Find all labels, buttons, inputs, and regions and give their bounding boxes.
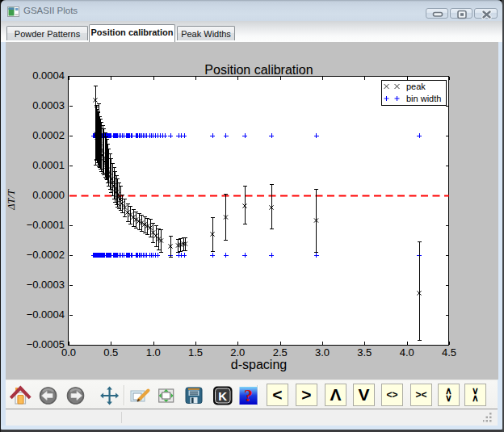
svg-text:3.5: 3.5 bbox=[357, 346, 372, 359]
svg-text:d-spacing: d-spacing bbox=[231, 358, 287, 371]
svg-text:K: K bbox=[218, 389, 227, 403]
svg-text:peak: peak bbox=[406, 82, 426, 91]
svg-text:4.5: 4.5 bbox=[442, 346, 456, 359]
svg-text:ΔT/T: ΔT/T bbox=[6, 189, 17, 211]
svg-text:Position calibration: Position calibration bbox=[204, 63, 313, 77]
svg-text:4.0: 4.0 bbox=[400, 346, 414, 359]
svg-text:0.0000: 0.0000 bbox=[32, 189, 65, 201]
svg-text:−0.0004: −0.0004 bbox=[27, 308, 65, 321]
svg-text:−0.0001: −0.0001 bbox=[27, 219, 65, 231]
svg-text:0.0: 0.0 bbox=[61, 346, 76, 359]
svg-text:1.5: 1.5 bbox=[188, 346, 203, 359]
svg-text:−0.0005: −0.0005 bbox=[27, 338, 65, 350]
svg-text:?: ? bbox=[244, 385, 253, 405]
svg-text:−0.0003: −0.0003 bbox=[27, 279, 65, 291]
svg-text:0.5: 0.5 bbox=[103, 346, 118, 359]
svg-text:0.0002: 0.0002 bbox=[32, 129, 65, 141]
svg-text:1.0: 1.0 bbox=[146, 346, 161, 359]
svg-text:0.0001: 0.0001 bbox=[32, 159, 65, 171]
svg-text:−0.0002: −0.0002 bbox=[27, 249, 65, 261]
svg-text:0.0003: 0.0003 bbox=[32, 99, 65, 111]
svg-text:0.0004: 0.0004 bbox=[32, 69, 65, 82]
svg-text:3.0: 3.0 bbox=[315, 346, 330, 359]
svg-text:bin width: bin width bbox=[406, 94, 441, 103]
